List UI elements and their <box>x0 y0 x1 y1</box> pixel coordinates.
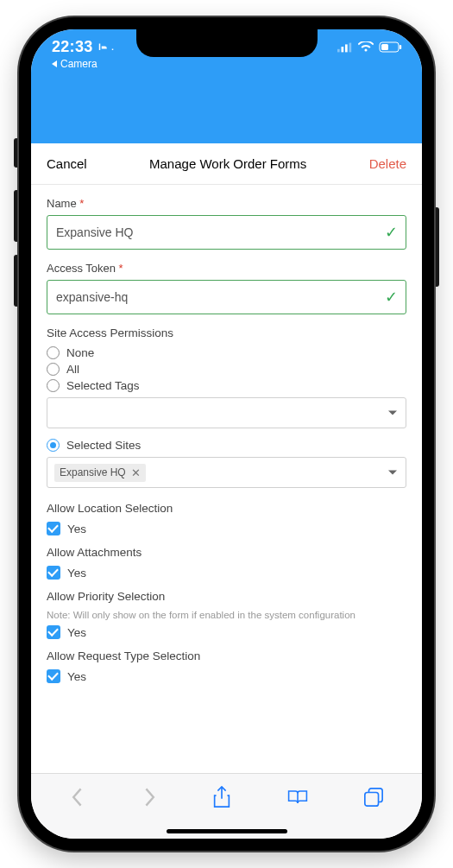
cancel-button[interactable]: Cancel <box>47 156 87 171</box>
checkbox-label: Yes <box>67 523 86 535</box>
allow-reqtype-heading: Allow Request Type Selection <box>47 649 406 662</box>
radio-all[interactable]: All <box>47 363 406 376</box>
chevron-down-icon <box>388 411 397 415</box>
bookmarks-button[interactable] <box>286 788 309 807</box>
page-title: Manage Work Order Forms <box>149 156 306 171</box>
allow-reqtype-checkbox[interactable]: Yes <box>47 669 406 683</box>
navbar: Cancel Manage Work Order Forms Delete <box>31 143 422 185</box>
checkbox-checked-icon <box>47 522 60 535</box>
back-caret-icon <box>52 60 57 67</box>
cellular-icon <box>337 42 353 53</box>
radio-icon-selected <box>47 439 60 452</box>
valid-check-icon: ✓ <box>385 223 398 242</box>
permissions-heading: Site Access Permissions <box>47 326 406 339</box>
status-time: 22:33 <box>52 38 93 56</box>
checkbox-checked-icon <box>47 669 60 683</box>
priority-note: Note: Will only show on the form if enab… <box>47 610 406 620</box>
radio-selected-sites[interactable]: Selected Sites <box>47 439 406 452</box>
battery-icon <box>379 41 403 53</box>
svg-rect-1 <box>342 47 344 52</box>
allow-priority-heading: Allow Priority Selection <box>47 590 406 603</box>
chip-label: Expansive HQ <box>60 466 126 478</box>
radio-label: Selected Sites <box>66 439 141 452</box>
svg-rect-6 <box>400 45 401 49</box>
valid-check-icon: ✓ <box>385 288 398 307</box>
radio-icon <box>47 379 60 392</box>
delete-button[interactable]: Delete <box>369 156 406 171</box>
selected-sites-dropdown[interactable]: Expansive HQ ✕ <box>47 457 406 488</box>
token-label: Access Token <box>47 262 116 275</box>
allow-location-checkbox[interactable]: Yes <box>47 522 406 535</box>
svg-rect-0 <box>337 48 340 52</box>
checkbox-label: Yes <box>67 626 86 639</box>
header-background <box>31 102 422 143</box>
token-input[interactable] <box>47 280 406 314</box>
radio-icon <box>47 363 60 376</box>
svg-rect-2 <box>345 44 348 52</box>
allow-attachments-checkbox[interactable]: Yes <box>47 566 406 580</box>
back-to-app[interactable]: Camera <box>52 58 406 70</box>
chip-remove-icon[interactable]: ✕ <box>131 466 141 479</box>
site-chip: Expansive HQ ✕ <box>54 464 146 482</box>
share-button[interactable] <box>212 786 231 808</box>
radio-selected-tags[interactable]: Selected Tags <box>47 379 406 392</box>
svg-rect-5 <box>381 44 388 50</box>
allow-priority-checkbox[interactable]: Yes <box>47 625 406 639</box>
radio-icon <box>47 346 60 359</box>
home-indicator <box>31 820 422 839</box>
back-button[interactable] <box>69 787 86 808</box>
radio-none[interactable]: None <box>47 346 406 359</box>
checkbox-label: Yes <box>67 670 86 683</box>
allow-location-heading: Allow Location Selection <box>47 502 406 515</box>
name-label: Name <box>47 197 77 210</box>
radio-label: None <box>66 346 94 359</box>
checkbox-label: Yes <box>67 567 86 580</box>
svg-rect-8 <box>365 792 379 806</box>
required-asterisk: * <box>119 262 123 275</box>
radio-label: All <box>66 363 79 376</box>
name-input[interactable] <box>47 215 406 250</box>
browser-toolbar <box>31 773 422 820</box>
chevron-down-icon <box>388 471 397 475</box>
selected-tags-dropdown[interactable] <box>47 397 406 428</box>
allow-attachments-heading: Allow Attachments <box>47 546 406 559</box>
required-asterisk: * <box>79 197 84 210</box>
svg-rect-3 <box>349 42 352 52</box>
form-body: Name * ✓ Access Token * <box>31 185 422 773</box>
bed-icon <box>98 42 114 53</box>
tabs-button[interactable] <box>363 787 384 808</box>
checkbox-checked-icon <box>47 625 60 639</box>
forward-button[interactable] <box>141 787 158 808</box>
wifi-icon <box>358 41 374 53</box>
radio-label: Selected Tags <box>66 379 140 392</box>
back-app-label: Camera <box>60 58 98 70</box>
checkbox-checked-icon <box>47 566 60 580</box>
